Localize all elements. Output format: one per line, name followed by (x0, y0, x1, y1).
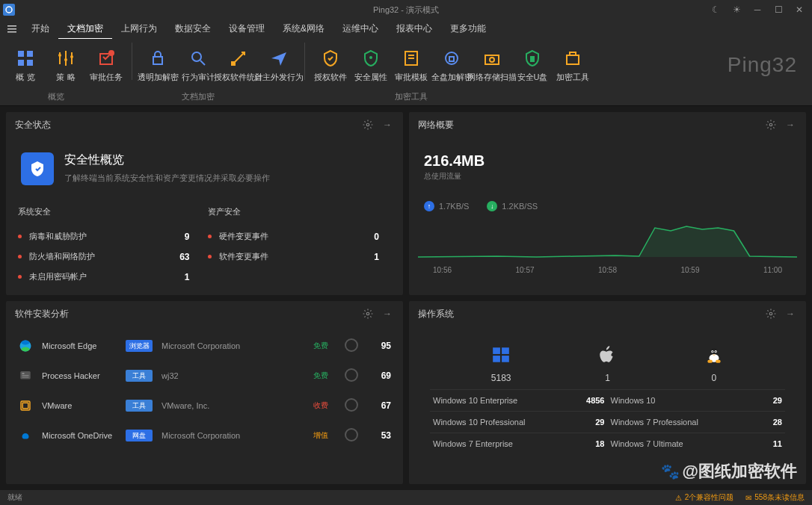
software-icon (18, 398, 33, 413)
arrow-right-icon[interactable]: → (381, 307, 394, 320)
minimize-button[interactable]: ─ (748, 2, 767, 17)
sun-icon[interactable]: ☀ (727, 2, 746, 17)
software-row[interactable]: Process Hacker工具wj32免费69 (15, 362, 394, 389)
software-name: Microsoft OneDrive (42, 431, 117, 440)
menu-item-5[interactable]: 系统&网络 (274, 19, 333, 40)
arrow-right-icon[interactable]: → (784, 307, 797, 320)
ribbon-btn-13[interactable]: 加密工具 (553, 43, 592, 87)
os-item-linux[interactable]: 0 (704, 344, 725, 383)
ribbon-btn-0[interactable]: 概 览 (6, 43, 45, 87)
total-traffic-value: 216.4MB (424, 152, 791, 170)
svg-point-49 (707, 360, 713, 363)
status-compat-warning[interactable]: ⚠ 2个兼容性问题 (675, 492, 734, 503)
security-row-label: 防火墙和网络防护 (29, 251, 95, 262)
moon-icon[interactable]: ☾ (706, 2, 725, 17)
watermark: 🐾 @图纸加密软件 (661, 460, 797, 483)
menu-item-0[interactable]: 开始 (22, 19, 58, 40)
security-row-label: 病毒和威胁防护 (29, 231, 87, 242)
svg-point-14 (192, 52, 201, 61)
security-row[interactable]: 硬件变更事件0 (205, 226, 395, 247)
menu-item-7[interactable]: 报表中心 (387, 19, 441, 40)
svg-point-9 (64, 58, 67, 61)
svg-rect-4 (18, 51, 24, 57)
status-dot-icon (18, 235, 22, 238)
windows-icon (490, 344, 511, 365)
ribbon-btn-2[interactable]: 审批任务 (87, 43, 126, 87)
menu-item-1[interactable]: 文档加密 (58, 19, 112, 40)
ribbon-group-labels: 概览 文档加密 加密工具 (0, 91, 812, 106)
svg-rect-26 (567, 55, 579, 64)
ribbon-btn-12[interactable]: 安全U盘 (513, 43, 552, 87)
gear-icon[interactable] (764, 118, 778, 131)
menu-list-icon[interactable] (4, 22, 19, 37)
security-row-value: 1 (185, 272, 190, 282)
close-button[interactable]: ✕ (790, 2, 809, 17)
gear-icon[interactable] (764, 307, 778, 320)
software-row[interactable]: Microsoft Edge浏览器Microsoft Corporation免费… (15, 332, 394, 359)
menu-item-2[interactable]: 上网行为 (112, 19, 166, 40)
security-row-label: 硬件变更事件 (219, 231, 268, 242)
total-traffic-label: 总使用流量 (424, 171, 791, 182)
progress-ring-icon (345, 368, 360, 383)
software-vendor: Microsoft Corporation (162, 341, 304, 350)
svg-point-50 (716, 360, 721, 363)
security-panel-title: 安全状态 (15, 119, 51, 131)
ribbon-icon (401, 48, 422, 69)
download-speed: ↓ 1.2KB/SS (487, 201, 538, 211)
app-icon (3, 4, 15, 16)
ribbon-btn-10[interactable]: 全盘加解密 (432, 43, 471, 87)
security-row[interactable]: 软件变更事件1 (205, 247, 395, 267)
status-unread-messages[interactable]: ✉ 558条未读信息 (745, 492, 805, 503)
svg-point-17 (369, 56, 372, 59)
menu-item-6[interactable]: 运维中心 (333, 19, 387, 40)
software-count: 95 (369, 341, 391, 351)
gear-icon[interactable] (361, 307, 375, 320)
svg-rect-35 (22, 377, 29, 378)
chart-x-label: 10:57 (515, 266, 534, 274)
ribbon-btn-8[interactable]: 安全属性 (351, 43, 390, 87)
security-row[interactable]: 防火墙和网络防护63 (15, 247, 205, 267)
ribbon-btn-4[interactable]: 行为审计 (179, 43, 218, 87)
software-row[interactable]: VMware工具VMware, Inc.收费67 (15, 392, 394, 419)
ribbon-btn-7[interactable]: 授权软件 (311, 43, 350, 87)
arrow-right-icon[interactable]: → (784, 118, 797, 131)
security-row[interactable]: 病毒和威胁防护9 (15, 226, 205, 247)
arrow-right-icon[interactable]: → (381, 118, 394, 131)
menu-item-4[interactable]: 设备管理 (220, 19, 274, 40)
svg-rect-27 (570, 52, 576, 55)
menu-item-3[interactable]: 数据安全 (166, 19, 220, 40)
os-item-apple[interactable]: 1 (597, 344, 618, 383)
svg-rect-13 (153, 57, 162, 64)
ribbon-icon (228, 48, 249, 69)
software-icon (18, 428, 33, 443)
os-version-name: Windows 10 (608, 389, 748, 411)
security-row[interactable]: 未启用密码帐户1 (15, 267, 205, 287)
security-row-value: 9 (185, 232, 190, 242)
ribbon-btn-1[interactable]: 策 略 (46, 43, 85, 87)
ribbon-label: 行为审计 (182, 72, 215, 83)
menu-item-8[interactable]: 更多功能 (441, 19, 495, 40)
gear-icon[interactable] (361, 118, 375, 131)
ribbon-btn-5[interactable]: 授权软件统计 (219, 43, 258, 87)
svg-rect-6 (18, 60, 24, 66)
status-dot-icon (208, 255, 212, 258)
ribbon-label: 网络存储扫描 (467, 72, 517, 83)
svg-point-30 (366, 312, 369, 315)
ribbon-label: 自主外发行为 (254, 72, 304, 83)
ribbon-icon (320, 48, 341, 69)
ribbon-btn-11[interactable]: 网络存储扫描 (473, 43, 511, 87)
security-overview-subtitle: 了解终端当前系统安全性和资产变更情况并采取必要操作 (64, 173, 270, 184)
ribbon-btn-6[interactable]: 自主外发行为 (259, 43, 298, 87)
ribbon-btn-3[interactable]: 透明加解密 (138, 43, 177, 87)
software-row[interactable]: Microsoft OneDrive网盘Microsoft Corporatio… (15, 422, 394, 449)
software-icon (18, 338, 33, 353)
svg-line-15 (200, 61, 205, 65)
os-item-windows[interactable]: 5183 (490, 344, 511, 383)
ribbon-btn-9[interactable]: 审批模板 (392, 43, 431, 87)
maximize-button[interactable]: ☐ (769, 2, 788, 17)
ribbon-label: 加密工具 (556, 72, 589, 83)
os-version-count: 11 (748, 433, 785, 454)
svg-rect-25 (530, 56, 535, 62)
menubar: 开始文档加密上网行为数据安全设备管理系统&网络运维中心报表中心更多功能 (0, 19, 812, 39)
svg-rect-2 (7, 28, 16, 30)
